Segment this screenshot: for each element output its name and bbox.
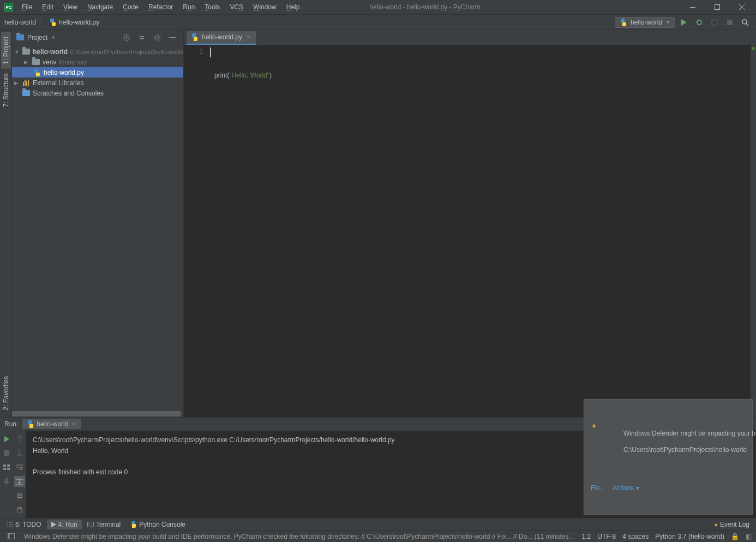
menu-code[interactable]: Code — [118, 1, 143, 13]
code-string: "Hello, World" — [229, 72, 269, 79]
expand-icon[interactable]: ▶ — [14, 80, 20, 86]
expand-icon[interactable]: ▶ — [24, 59, 29, 65]
stop-run-button[interactable] — [1, 448, 12, 458]
project-scrollbar[interactable] — [12, 410, 183, 417]
tree-file-selected[interactable]: hello-world.py — [12, 67, 183, 78]
debug-button[interactable] — [693, 16, 706, 29]
tree-venv[interactable]: ▶ venv library root — [12, 57, 183, 67]
python-console-tool-button[interactable]: Python Console — [126, 520, 190, 529]
run-with-coverage-button[interactable] — [708, 16, 721, 29]
gutter: 1 — [184, 45, 210, 417]
project-tree[interactable]: ▼ hello-world C:\Users\root\PycharmProje… — [12, 45, 183, 410]
menu-navigate[interactable]: Navigate — [83, 1, 117, 13]
run-tool-button[interactable]: 4: Run — [47, 520, 82, 529]
run-config-selector[interactable]: hello-world ▼ — [615, 17, 675, 28]
up-button[interactable] — [14, 433, 25, 444]
warning-icon: ● — [714, 521, 718, 528]
statusbar: Windows Defender might be impacting your… — [0, 530, 756, 542]
settings-button[interactable] — [151, 31, 164, 44]
menu-window[interactable]: Window — [249, 1, 281, 13]
project-tool-tab[interactable]: 1: Project — [1, 32, 11, 69]
status-interpreter[interactable]: Python 3.7 (hello-world) — [655, 533, 724, 540]
minimize-button[interactable] — [680, 0, 705, 15]
chevron-down-icon[interactable]: ▼ — [51, 35, 56, 40]
tab-close-button[interactable]: × — [70, 420, 76, 428]
bottom-tool-strip: 6: TODO 4: Run Terminal Python Console ●… — [0, 518, 756, 530]
hide-panel-button[interactable] — [166, 31, 179, 44]
down-button[interactable] — [14, 448, 25, 458]
locate-button[interactable] — [120, 31, 133, 44]
favorites-tool-tab[interactable]: 2: Favorites — [1, 372, 11, 415]
tree-root[interactable]: ▼ hello-world C:\Users\root\PycharmProje… — [12, 46, 183, 57]
folder-icon — [22, 49, 30, 55]
run-tool-label: 4: Run — [58, 521, 77, 528]
menu-tools[interactable]: Tools — [200, 1, 224, 13]
print-button[interactable] — [14, 490, 25, 501]
play-icon — [51, 522, 56, 527]
favorites-tab-label: 2: Favorites — [2, 376, 10, 410]
breadcrumb-project[interactable]: hello-world — [4, 19, 36, 26]
stop-button[interactable] — [723, 16, 736, 29]
run-button[interactable] — [677, 16, 691, 29]
tree-venv-name: venv — [43, 58, 56, 66]
menu-help[interactable]: Help — [282, 1, 304, 13]
python-file-icon — [33, 69, 41, 76]
editor-tab-active[interactable]: hello-world.py × — [186, 30, 256, 45]
notification-fix-link[interactable]: Fix... — [591, 484, 605, 492]
svg-point-7 — [126, 37, 128, 38]
warning-icon: ▲ — [591, 421, 597, 462]
run-body: C:\Users\root\PycharmProjects\hello-worl… — [0, 431, 756, 518]
run-tab[interactable]: hello-world × — [22, 419, 81, 429]
tree-scratches[interactable]: ▶ Scratches and Consoles — [12, 88, 183, 98]
code-area[interactable]: print("Hello, World") — [210, 45, 756, 417]
status-widget-icon[interactable]: ◧ — [746, 533, 752, 540]
titlebar: PC File Edit View Navigate Code Refactor… — [0, 0, 756, 15]
tree-root-name: hello-world — [33, 48, 68, 56]
search-everywhere-button[interactable] — [739, 16, 752, 29]
tree-external-libs[interactable]: ▶ External Libraries — [12, 78, 183, 88]
output-exit: Process finished with exit code 0 — [33, 468, 128, 476]
python-icon — [27, 420, 34, 428]
status-caret-pos[interactable]: 1:2 — [582, 533, 591, 540]
svg-rect-20 — [17, 508, 22, 513]
status-encoding[interactable]: UTF-8 — [597, 533, 616, 540]
layout-button[interactable] — [1, 462, 12, 473]
menu-run[interactable]: Run — [178, 1, 199, 13]
structure-tab-label: 7: Structure — [2, 73, 10, 107]
close-button[interactable] — [729, 0, 754, 15]
caret — [210, 47, 211, 57]
expand-icon[interactable]: ▼ — [14, 49, 20, 55]
menu-refactor[interactable]: Refactor — [144, 1, 177, 13]
maximize-button[interactable] — [705, 0, 729, 15]
soft-wrap-button[interactable] — [14, 462, 25, 473]
project-panel-title: Project — [27, 34, 47, 41]
status-indent[interactable]: 4 spaces — [622, 533, 649, 540]
menu-vcs[interactable]: VCS — [225, 1, 248, 13]
menu-view[interactable]: View — [59, 1, 82, 13]
toolwindows-toggle-button[interactable] — [4, 530, 17, 543]
status-message[interactable]: Windows Defender might be impacting your… — [24, 533, 575, 540]
inspection-ok-icon — [752, 47, 755, 50]
structure-tool-tab[interactable]: 7: Structure — [1, 69, 11, 111]
python-file-icon — [49, 19, 57, 26]
rerun-button[interactable] — [1, 433, 12, 444]
pin-button[interactable] — [1, 476, 12, 487]
svg-rect-14 — [7, 464, 10, 467]
scroll-to-end-button[interactable] — [14, 476, 25, 487]
editor-margin[interactable] — [751, 45, 756, 417]
svg-rect-19 — [18, 497, 21, 498]
tab-close-button[interactable]: × — [245, 33, 251, 41]
menu-file[interactable]: File — [17, 1, 37, 13]
clear-all-button[interactable] — [14, 504, 25, 515]
lock-icon[interactable]: 🔒 — [731, 533, 739, 540]
notification-actions-link[interactable]: Actions ▾ — [613, 484, 639, 492]
todo-tool-button[interactable]: 6: TODO — [2, 520, 46, 529]
terminal-tool-button[interactable]: Terminal — [83, 520, 125, 529]
run-panel: Run: hello-world × C:\Users\root\Pycharm… — [0, 417, 756, 518]
breadcrumb-file[interactable]: hello-world.py — [59, 19, 99, 26]
menu-edit[interactable]: Edit — [38, 1, 58, 13]
run-output[interactable]: C:\Users\root\PycharmProjects\hello-worl… — [26, 431, 756, 518]
code-editor[interactable]: 1 print("Hello, World") — [184, 45, 756, 417]
event-log-button[interactable]: ● Event Log — [710, 520, 754, 529]
collapse-all-button[interactable] — [135, 31, 148, 44]
